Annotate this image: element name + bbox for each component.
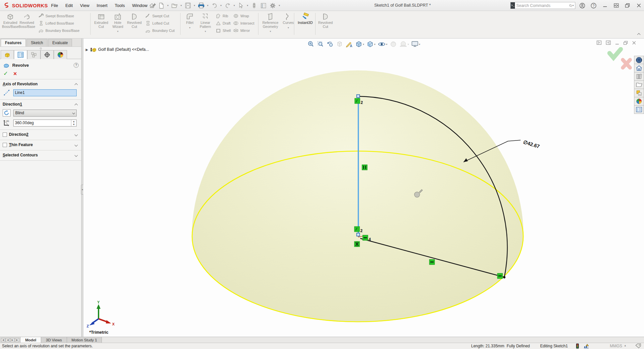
doc-close-icon[interactable]: [632, 41, 636, 45]
tab-motion-study-1[interactable]: Motion Study 1: [67, 337, 102, 343]
zoom-to-area-button[interactable]: [316, 40, 324, 48]
boundary-boss-base-button[interactable]: Boundary Boss/Base: [38, 28, 80, 33]
intersect-button[interactable]: Intersect: [233, 21, 254, 26]
view-settings-button[interactable]: ▾: [411, 40, 421, 48]
linear-pattern-button[interactable]: LinearPattern ▾: [197, 11, 214, 33]
linear-pattern-dropdown[interactable]: ▾: [205, 30, 206, 33]
tab-evaluate[interactable]: Evaluate: [48, 39, 72, 46]
lofted-cut-button[interactable]: Lofted Cut: [145, 21, 175, 26]
pm-help-icon[interactable]: ?: [74, 63, 79, 68]
section-view-button[interactable]: [335, 40, 344, 48]
pane-right-icon[interactable]: [606, 41, 611, 45]
search-commands-box[interactable]: >_ ▾: [510, 2, 575, 9]
new-file-button[interactable]: [157, 1, 166, 10]
axis-selection-input[interactable]: [13, 89, 77, 96]
expand-chevron-icon[interactable]: [75, 143, 78, 146]
redo-dropdown[interactable]: ▾: [233, 4, 236, 7]
confirm-cancel-button[interactable]: [623, 60, 630, 68]
collapse-chevron-icon[interactable]: [75, 83, 78, 86]
revolve-direction-icon[interactable]: [3, 109, 11, 117]
tree-expand-arrow-icon[interactable]: ▶: [86, 48, 88, 51]
end-condition-dropdown[interactable]: Blind: [13, 110, 77, 117]
revolved-cut-button[interactable]: RevolvedCut: [126, 11, 143, 29]
edit-appearance-button[interactable]: [389, 40, 398, 48]
angle-spinner[interactable]: ▲▼: [71, 120, 76, 126]
reference-geometry-button[interactable]: ReferenceGeometry ▾: [260, 11, 281, 33]
maximize-button[interactable]: [613, 2, 619, 9]
appearances-scenes-tab[interactable]: [634, 97, 644, 106]
lofted-boss-base-button[interactable]: Lofted Boss/Base: [38, 21, 80, 26]
open-file-button[interactable]: [170, 1, 179, 10]
units-indicator[interactable]: MMGS: [610, 344, 622, 348]
constraint-badge-horizontal-mid[interactable]: [429, 259, 435, 265]
menu-edit[interactable]: Edit: [62, 0, 76, 11]
tags-icon[interactable]: [635, 343, 641, 349]
tab-model[interactable]: Model: [21, 337, 41, 343]
dimxpert-manager-tab[interactable]: [40, 50, 54, 59]
mirror-button[interactable]: Mirror: [233, 28, 254, 33]
account-icon[interactable]: [579, 2, 586, 9]
thin-feature-header[interactable]: Thin Feature: [3, 142, 79, 147]
open-file-dropdown[interactable]: ▾: [179, 4, 183, 7]
home-button[interactable]: [148, 1, 156, 10]
close-button[interactable]: [635, 2, 642, 9]
tab-sketch[interactable]: Sketch: [27, 39, 47, 46]
axis-section-header[interactable]: Axis of Revolution: [3, 82, 79, 86]
units-dropdown-icon[interactable]: ▴: [624, 344, 626, 347]
hole-wizard-dropdown[interactable]: ▾: [117, 30, 118, 33]
doc-minimize-icon[interactable]: [615, 41, 619, 45]
apply-scene-dropdown[interactable]: ▾: [408, 43, 409, 46]
print-button[interactable]: [197, 1, 205, 10]
pane-left-icon[interactable]: [597, 41, 602, 45]
tab-scroll-prev-icon[interactable]: ◀: [6, 338, 10, 342]
annotation-visibility-button[interactable]: A: [345, 40, 353, 48]
swept-boss-base-button[interactable]: Swept Boss/Base: [38, 13, 80, 19]
model-viewport-scene[interactable]: 2 2 4: [83, 39, 644, 337]
restore-button[interactable]: [624, 2, 631, 9]
undo-dropdown[interactable]: ▾: [219, 4, 223, 7]
tab-scroll-first-icon[interactable]: ◀: [1, 338, 5, 342]
print-dropdown[interactable]: ▾: [206, 4, 209, 7]
tab-scroll-next-icon[interactable]: ▶: [10, 338, 15, 342]
constraint-badge-vertical[interactable]: [362, 165, 367, 170]
save-button[interactable]: [183, 1, 192, 10]
draft-button[interactable]: Draft: [216, 21, 231, 26]
feature-tree-root[interactable]: ▶ Golf Ball (Default) <<Defa...: [86, 47, 149, 52]
shell-button[interactable]: Shell: [216, 28, 231, 33]
search-scope-dropdown[interactable]: ▾: [572, 4, 575, 7]
view-orientation-dropdown[interactable]: ▾: [363, 43, 364, 46]
apply-scene-button[interactable]: ▾: [399, 40, 410, 48]
constraint-badge-horizontal-end[interactable]: [497, 273, 503, 279]
golf-ball-body[interactable]: [192, 70, 524, 322]
selected-contours-header[interactable]: Selected Contours: [3, 153, 79, 157]
constraint-badge-intersection[interactable]: [354, 241, 360, 247]
file-properties-button[interactable]: [259, 1, 268, 10]
instant3d-button[interactable]: Instant3D: [296, 11, 315, 25]
revolved-cut-button-2[interactable]: RevolvedCut: [317, 11, 334, 29]
new-file-dropdown[interactable]: ▾: [166, 4, 170, 7]
confirm-ok-button[interactable]: [609, 49, 621, 58]
sketch-endpoint[interactable]: [357, 95, 360, 98]
file-explorer-tab[interactable]: [634, 81, 644, 89]
fillet-button[interactable]: Fillet ▾: [182, 11, 197, 29]
home-tab[interactable]: [634, 64, 644, 72]
panel-grip[interactable]: [0, 47, 81, 50]
revolved-boss-base-button[interactable]: RevolvedBoss/Base: [19, 11, 35, 29]
save-dropdown[interactable]: ▾: [193, 4, 196, 7]
doc-restore-icon[interactable]: [623, 41, 628, 45]
hide-show-dropdown[interactable]: ▾: [386, 43, 387, 46]
view-palette-tab[interactable]: [634, 89, 644, 97]
thin-feature-checkbox[interactable]: [3, 143, 7, 147]
wrap-button[interactable]: Wrap: [233, 13, 254, 19]
menu-view[interactable]: View: [76, 0, 93, 11]
curves-dropdown[interactable]: ▾: [288, 26, 289, 29]
tab-scroll-last-icon[interactable]: ▶: [15, 338, 19, 342]
swept-cut-button[interactable]: Swept Cut: [145, 13, 175, 19]
options-dropdown[interactable]: ▾: [278, 4, 281, 7]
magnet-mate-icon[interactable]: [250, 1, 258, 10]
performance-warning-icon[interactable]: [583, 343, 589, 349]
collapse-chevron-icon[interactable]: [75, 103, 78, 107]
reference-geometry-dropdown[interactable]: ▾: [270, 30, 271, 33]
select-tool-dropdown[interactable]: ▾: [246, 4, 249, 7]
spin-up-icon[interactable]: ▲: [71, 120, 76, 123]
